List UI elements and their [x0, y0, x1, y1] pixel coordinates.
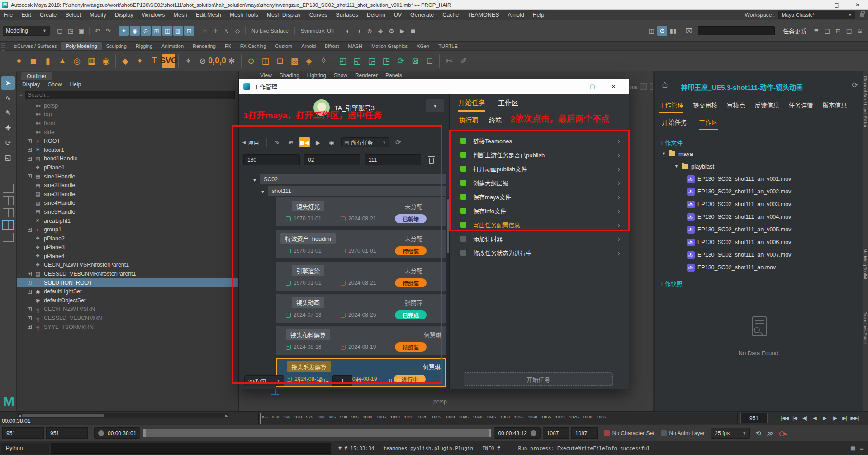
tool-icon[interactable]: ◱ [1, 151, 15, 164]
shelf-tool-icon[interactable]: ⌖ [181, 54, 195, 68]
menu-item[interactable]: Display [115, 12, 133, 18]
viewport-menu-item[interactable]: View [260, 72, 272, 79]
shelf-tool-icon[interactable]: ✂ [442, 54, 456, 68]
file-row[interactable]: ▶MOV EP130_SC02_shot111_an_v001.mov [655, 173, 863, 185]
task-type-select[interactable]: ▤ 所有任务 ∨ [341, 137, 389, 147]
timecode-in-chip[interactable]: 00:00:38:01 [94, 427, 140, 439]
layout-four-view-button[interactable] [3, 196, 14, 205]
panel-tab[interactable]: 提交审核 [693, 100, 717, 113]
toolbar-icon[interactable]: ◼ [408, 26, 418, 36]
shelf-tab[interactable]: Sculpting [102, 42, 131, 50]
tool-icon[interactable]: ∿ [1, 91, 15, 105]
shelf-tool-icon[interactable]: ⊕ [244, 54, 258, 68]
task-card[interactable]: 镜头动画 张丽萍 2024-07-13 2024-08-25 已完成 [276, 294, 446, 323]
shelf-tool-icon[interactable]: ⟳ [394, 54, 408, 68]
panel-tab[interactable]: 工作管理 [659, 100, 683, 113]
layout-two-pane-button[interactable] [3, 208, 14, 217]
panel-toggle-icon[interactable]: ≋ [855, 26, 865, 36]
shelf-tool-icon[interactable]: 0,0,0 [210, 54, 224, 68]
menu-item[interactable]: Create [40, 12, 57, 18]
shelf-tab[interactable]: MASH [343, 42, 367, 50]
checklist-item[interactable]: 创建大纲层级 › [450, 176, 629, 190]
playback-button[interactable]: |◀ [790, 413, 800, 424]
shelf-tool-icon[interactable]: ▮ [41, 54, 55, 68]
outliner-item[interactable]: CECN_NZWTVSRNfosterParent1 [17, 261, 238, 270]
window-close-button[interactable]: ✕ [847, 0, 868, 10]
panel-tab[interactable]: 反馈信息 [755, 100, 779, 113]
lock-icon[interactable] [860, 13, 864, 17]
shelf-tool-icon[interactable] [333, 54, 333, 68]
outliner-item[interactable]: persp [17, 101, 238, 110]
file-row[interactable]: ▶MOV EP130_SC02_shot111_an_v005.mov [655, 223, 863, 236]
chevron-right-icon[interactable]: › [618, 151, 620, 159]
toolbar-icon[interactable]: ⌧ [684, 26, 694, 36]
scene-filter-input[interactable] [304, 154, 360, 165]
file-row[interactable]: ▶MOV EP130_SC02_shot111_an.mov [655, 261, 863, 274]
caret-down-icon[interactable]: ▼ [261, 189, 265, 194]
chevron-right-icon[interactable]: › [618, 249, 620, 257]
toolbar-icon[interactable]: ⊚ [365, 26, 375, 36]
outliner-item[interactable]: pPlane1 [17, 163, 238, 172]
task-update-button[interactable]: 任务更新 [783, 27, 806, 35]
scene-tree-row[interactable]: SC02 [260, 174, 446, 184]
edge-tab-channel-box[interactable]: Channel Box / Layer Editor [863, 76, 868, 127]
episode-filter-input[interactable] [243, 154, 300, 165]
shelf-tool-icon[interactable]: ◎ [70, 54, 84, 68]
video-filter-icon[interactable]: ▶ [312, 137, 324, 147]
animation-end-field[interactable] [571, 427, 598, 439]
shelf-tool-icon[interactable]: ⊡ [423, 54, 436, 68]
shelf-tool-icon[interactable]: ✻ [225, 54, 238, 68]
subtab-terminal[interactable]: 终端 [489, 115, 502, 127]
toolbar-icon[interactable]: ∿ [222, 26, 232, 36]
expand-icon[interactable] [28, 228, 32, 232]
shelf-tab[interactable]: FX Caching [236, 42, 270, 50]
shelf-tab[interactable]: FX [220, 42, 236, 50]
expand-icon[interactable] [28, 139, 32, 143]
task-card[interactable]: 特效资产_houdini 未分配 1970-01-01 1970-01-01 待… [276, 230, 446, 258]
panel-tab[interactable]: 审核点 [727, 100, 745, 113]
caret-down-icon[interactable]: ▼ [674, 164, 678, 169]
start-task-button[interactable]: 开始任务 [464, 372, 613, 386]
dialog-minimize-button[interactable]: – [560, 79, 582, 94]
toolbar-icon[interactable]: ⊡ [184, 26, 194, 36]
outliner-item[interactable]: pPlane4 [17, 252, 238, 261]
window-maximize-button[interactable]: ▢ [826, 0, 847, 10]
review-filter-icon[interactable]: ◉ [326, 137, 337, 147]
shot-tree-row[interactable]: shot111 [268, 186, 446, 196]
viewport-toolbar-icon[interactable] [640, 83, 647, 90]
shelf-tool-icon[interactable] [178, 54, 179, 68]
task-card[interactable]: 引擎渲染 未分配 1970-01-01 2024-08-21 待组装 [276, 262, 446, 291]
shelf-tool-icon[interactable]: ◰ [336, 54, 350, 68]
menu-item[interactable]: Windows [142, 12, 165, 18]
shelf-tab[interactable]: TURTLE [434, 42, 462, 50]
asset-filter-icon[interactable]: ✎ [271, 137, 283, 147]
expand-icon[interactable] [28, 272, 32, 276]
panel-toggle-icon[interactable]: ▤ [822, 26, 832, 36]
playback-button[interactable]: ▶▶| [849, 413, 859, 424]
menu-item[interactable]: Mesh [174, 12, 188, 18]
panel-toggle-icon[interactable]: ◫ [844, 26, 854, 36]
outliner-item[interactable]: CESSLD_VEBCNMRNfosterParent1 [17, 269, 238, 278]
tool-icon[interactable]: ✎ [1, 106, 15, 120]
goto-page-input[interactable] [332, 375, 352, 386]
page-size-select[interactable]: 20条/页 ▼ [244, 375, 284, 386]
shelf-tool-icon[interactable]: ✦ [133, 54, 147, 68]
menu-item[interactable]: Deform [367, 12, 385, 18]
current-frame-field[interactable]: 951 [740, 413, 768, 423]
menu-item[interactable]: File [4, 12, 13, 18]
shelf-tool-icon[interactable] [115, 54, 116, 68]
shelf-tool-icon[interactable]: ▦ [85, 54, 98, 68]
checklist-item[interactable]: 保存maya文件 › [450, 190, 629, 204]
playback-loop-icon[interactable]: ⟲ [755, 429, 761, 437]
toolbar-icon[interactable]: ◉ [130, 26, 140, 36]
shelf-tab[interactable]: Bifrost [320, 42, 343, 50]
outliner-menu-item[interactable]: Help [70, 81, 81, 88]
outliner-item[interactable]: CECN_NZWTVSRN [17, 305, 238, 314]
fps-select[interactable]: 25 fps ▼ [711, 428, 750, 439]
expand-icon[interactable] [28, 157, 32, 161]
viewport-menu-item[interactable]: Renderer [355, 72, 378, 79]
expand-icon[interactable] [28, 148, 32, 152]
command-language-label[interactable]: Python [1, 443, 49, 454]
dialog-maximize-button[interactable]: ▢ [582, 79, 603, 94]
viewport-menu-item[interactable]: Lighting [307, 72, 326, 79]
